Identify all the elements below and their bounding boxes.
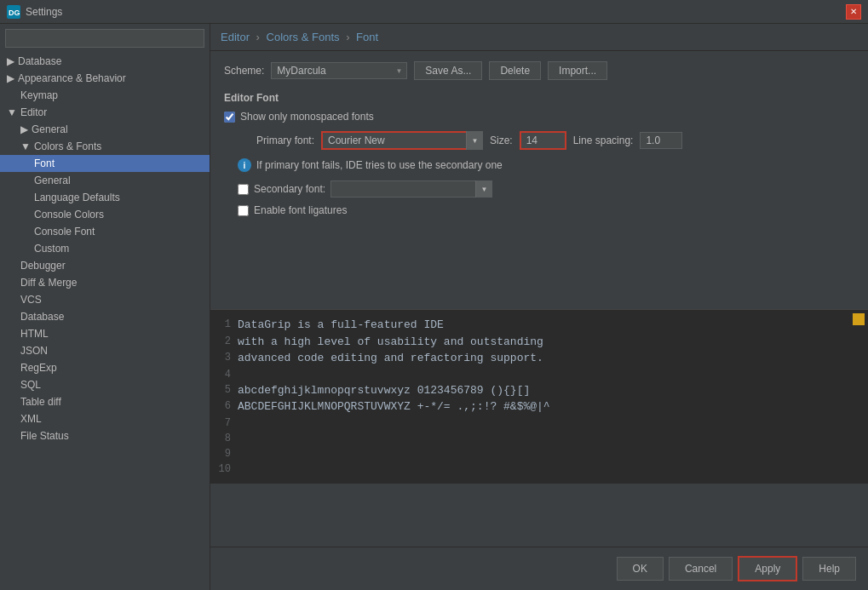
bottom-bar: OK Cancel Apply Help xyxy=(210,547,868,590)
primary-font-label: Primary font: xyxy=(238,135,314,146)
sidebar-item-console-font[interactable]: Console Font xyxy=(0,223,210,240)
sidebar-item-diff-merge[interactable]: Diff & Merge xyxy=(0,274,210,291)
sidebar-item-label: Appearance & Behavior xyxy=(18,72,126,84)
sidebar-item-label: General xyxy=(32,123,68,135)
help-button[interactable]: Help xyxy=(802,557,856,581)
sidebar-item-sql[interactable]: SQL xyxy=(0,376,210,393)
svg-text:DG: DG xyxy=(9,9,20,17)
ligatures-checkbox[interactable] xyxy=(238,205,249,216)
sidebar-item-database[interactable]: ▶ Database xyxy=(0,53,210,70)
sidebar-item-label: Editor xyxy=(20,106,47,118)
secondary-font-input-wrapper: ▼ xyxy=(331,180,492,198)
sidebar-item-label: Font xyxy=(34,158,55,169)
preview-indicator xyxy=(853,313,865,325)
show-monospaced-row: Show only monospaced fonts xyxy=(224,111,854,123)
settings-panel: Scheme: MyDarcula Darcula Default Save A… xyxy=(210,51,868,309)
preview-line-7: 7 xyxy=(217,415,861,431)
sidebar-item-label: Console Colors xyxy=(34,209,104,221)
save-as-button[interactable]: Save As... xyxy=(414,61,482,80)
apply-button[interactable]: Apply xyxy=(738,556,797,581)
editor-font-section-title: Editor Font xyxy=(224,92,854,104)
sidebar-item-label: Keymap xyxy=(20,89,58,101)
sidebar-item-label: Diff & Merge xyxy=(20,277,77,289)
scheme-select-wrapper: MyDarcula Darcula Default xyxy=(271,62,407,79)
primary-font-row: Primary font: ▼ Size: Line spacing: xyxy=(224,131,854,150)
sidebar-item-database2[interactable]: Database xyxy=(0,308,210,325)
ligatures-label: Enable font ligatures xyxy=(254,204,347,216)
line-spacing-label: Line spacing: xyxy=(573,135,634,146)
sidebar-item-table-diff[interactable]: Table diff xyxy=(0,393,210,410)
size-label: Size: xyxy=(490,135,513,146)
delete-button[interactable]: Delete xyxy=(489,61,541,80)
preview-line-5: 5 abcdefghijklmnopqrstuvwxyz 0123456789 … xyxy=(217,382,861,399)
cancel-button[interactable]: Cancel xyxy=(669,557,733,581)
breadcrumb-editor: Editor xyxy=(221,31,250,43)
sidebar-item-language-defaults[interactable]: Language Defaults xyxy=(0,189,210,206)
expand-arrow-icon: ▼ xyxy=(20,140,31,152)
preview-line-9: 9 xyxy=(217,446,861,461)
breadcrumb-sep1: › xyxy=(256,31,263,43)
sidebar-item-keymap[interactable]: Keymap xyxy=(0,87,210,104)
title-bar-text: Settings xyxy=(26,6,431,18)
sidebar-item-colors-fonts[interactable]: ▼ Colors & Fonts xyxy=(0,138,210,155)
breadcrumb: Editor › Colors & Fonts › Font xyxy=(210,24,868,51)
info-message: If primary font fails, IDE tries to use … xyxy=(256,159,503,171)
search-input[interactable] xyxy=(5,29,204,48)
expand-arrow-icon: ▶ xyxy=(20,123,28,135)
sidebar-item-console-colors[interactable]: Console Colors xyxy=(0,206,210,223)
sidebar-item-custom[interactable]: Custom xyxy=(0,240,210,257)
title-bar: DG Settings ✕ xyxy=(0,0,868,24)
sidebar-item-vcs[interactable]: VCS xyxy=(0,291,210,308)
sidebar-item-debugger[interactable]: Debugger xyxy=(0,257,210,274)
preview-area: 1 DataGrip is a full-featured IDE 2 with… xyxy=(210,309,868,484)
sidebar-item-appearance-behavior[interactable]: ▶ Appearance & Behavior xyxy=(0,70,210,87)
info-icon: i xyxy=(238,158,251,172)
secondary-font-checkbox[interactable] xyxy=(238,184,249,195)
sidebar-item-label: Debugger xyxy=(20,260,66,272)
sidebar-item-html[interactable]: HTML xyxy=(0,325,210,342)
content-area: Editor › Colors & Fonts › Font Scheme: M… xyxy=(210,24,868,590)
preview-line-4: 4 xyxy=(217,367,861,382)
scheme-select[interactable]: MyDarcula Darcula Default xyxy=(271,62,407,79)
close-button[interactable]: ✕ xyxy=(846,4,861,20)
secondary-font-input[interactable] xyxy=(331,180,492,198)
secondary-font-dropdown-arrow[interactable]: ▼ xyxy=(475,180,492,198)
scheme-label: Scheme: xyxy=(224,65,264,77)
breadcrumb-font: Font xyxy=(356,31,378,43)
expand-arrow-icon: ▼ xyxy=(7,106,17,118)
sidebar-item-label: General xyxy=(34,175,71,186)
expand-arrow-icon: ▶ xyxy=(7,72,14,84)
sidebar-item-editor[interactable]: ▼ Editor xyxy=(0,104,210,121)
preview-line-8: 8 xyxy=(217,431,861,446)
sidebar-item-label: Console Font xyxy=(34,226,95,238)
breadcrumb-sep2: › xyxy=(346,31,353,43)
preview-line-6: 6 ABCDEFGHIJKLMNOPQRSTUVWXYZ +-*/= .,;:!… xyxy=(217,398,861,415)
sidebar-item-general2[interactable]: General xyxy=(0,172,210,189)
preview-line-10: 10 xyxy=(217,461,861,477)
preview-line-3: 3 advanced code editing and refactoring … xyxy=(217,350,861,367)
sidebar-item-xml[interactable]: XML xyxy=(0,410,210,427)
show-monospaced-checkbox[interactable] xyxy=(224,112,235,123)
sidebar-item-general[interactable]: ▶ General xyxy=(0,121,210,138)
sidebar-item-label: Colors & Fonts xyxy=(34,140,101,152)
sidebar-item-label: JSON xyxy=(20,345,48,357)
sidebar-item-label: VCS xyxy=(20,294,42,306)
preview-line-2: 2 with a high level of usability and out… xyxy=(217,334,861,351)
secondary-font-row: Secondary font: ▼ xyxy=(224,180,854,198)
show-monospaced-label: Show only monospaced fonts xyxy=(240,111,374,123)
sidebar-item-regexp[interactable]: RegExp xyxy=(0,359,210,376)
sidebar-item-label: Database xyxy=(20,311,64,323)
size-input[interactable] xyxy=(520,131,566,150)
sidebar-item-label: Custom xyxy=(34,243,69,255)
sidebar-item-file-status[interactable]: File Status xyxy=(0,427,210,444)
ok-button[interactable]: OK xyxy=(617,557,664,581)
primary-font-input[interactable] xyxy=(321,131,483,150)
app-icon: DG xyxy=(7,5,20,19)
primary-font-dropdown-arrow[interactable]: ▼ xyxy=(466,131,483,150)
sidebar-item-label: RegExp xyxy=(20,362,57,374)
sidebar-item-font[interactable]: Font xyxy=(0,155,210,172)
sidebar-item-json[interactable]: JSON xyxy=(0,342,210,359)
import-button[interactable]: Import... xyxy=(548,61,607,80)
line-spacing-input[interactable] xyxy=(640,132,682,149)
primary-font-input-wrapper: ▼ xyxy=(321,131,483,150)
